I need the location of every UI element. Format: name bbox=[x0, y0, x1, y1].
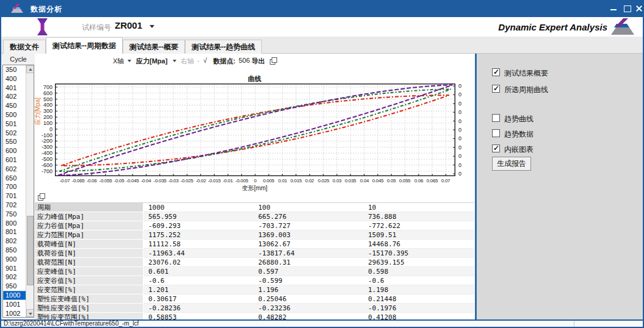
cell-1[interactable]: 1369.003 bbox=[253, 230, 363, 240]
right-axis-zero-2: 0 bbox=[458, 101, 461, 107]
tab-3[interactable]: 测试结果--趋势曲线 bbox=[185, 40, 262, 54]
cell-2[interactable]: -772.622 bbox=[363, 221, 474, 230]
right-axis-dropdown[interactable]: 右轴 bbox=[181, 57, 194, 66]
cell-1[interactable]: -703.727 bbox=[253, 221, 363, 230]
right-axis-zero-3: 0 bbox=[458, 109, 461, 115]
tab-0[interactable]: 数据文件 bbox=[3, 40, 46, 54]
apply-check[interactable]: √ bbox=[203, 57, 207, 64]
table-row-9[interactable]: 塑性应变峰值[%]0.306170.250460.21448 bbox=[35, 294, 474, 304]
cell-2[interactable]: 0.598 bbox=[363, 267, 474, 276]
sample-id-value[interactable]: ZR001 bbox=[115, 20, 142, 30]
cell-2[interactable]: 14468.76 bbox=[363, 240, 474, 249]
minimize-button[interactable] bbox=[608, 4, 619, 13]
table-row-7[interactable]: 应变谷值[%]-0.6-0.599-0.6 bbox=[35, 276, 474, 285]
chart-copy-icon[interactable] bbox=[270, 57, 277, 64]
cell-1[interactable]: 0.25046 bbox=[253, 294, 363, 304]
cell-0[interactable]: -0.28236 bbox=[143, 304, 253, 313]
cell-2[interactable]: 1509.51 bbox=[363, 230, 474, 240]
cell-0[interactable]: -609.293 bbox=[143, 221, 253, 230]
cell-1[interactable]: 1.196 bbox=[253, 285, 363, 294]
table-row-3[interactable]: 载荷峰值[N]11112.5813062.6714468.76 bbox=[35, 240, 474, 249]
table-row-8[interactable]: 应变范围[%]1.2011.1961.198 bbox=[35, 285, 474, 294]
cycle-listbox[interactable]: 3504004014024505005015025506006016026507… bbox=[2, 65, 34, 318]
maximize-button[interactable] bbox=[621, 4, 632, 13]
right-axis-zero-4: 0 bbox=[458, 118, 461, 124]
cell-2[interactable]: -0.6 bbox=[363, 276, 474, 285]
cell-0[interactable]: 0.30617 bbox=[143, 294, 253, 304]
cell-1[interactable]: -0.599 bbox=[253, 276, 363, 285]
y-tick-12: -500 bbox=[35, 156, 52, 162]
row-label: 周期 bbox=[35, 203, 143, 212]
right-axis-zero-1: 0 bbox=[458, 91, 461, 98]
cell-0[interactable]: 565.959 bbox=[143, 212, 253, 221]
table-row-5[interactable]: 载荷范围[N]23076.0226880.3129639.155 bbox=[35, 258, 474, 267]
generate-report-button[interactable]: 生成报告 bbox=[492, 157, 531, 171]
table-row-4[interactable]: 载荷谷值[N]-11963.44-13817.64-15170.395 bbox=[35, 249, 474, 258]
cell-1[interactable]: -13817.64 bbox=[253, 249, 363, 258]
table-row-11[interactable]: 塑性应变范围[%]0.588530.482820.41208 bbox=[35, 313, 474, 319]
checkbox-unchecked-icon[interactable] bbox=[492, 114, 500, 122]
cell-2[interactable]: 29639.155 bbox=[363, 258, 474, 267]
cell-0[interactable]: -11963.44 bbox=[143, 249, 253, 258]
cell-0[interactable]: 11112.58 bbox=[143, 240, 253, 249]
cell-1[interactable]: 100 bbox=[253, 203, 363, 212]
cell-0[interactable]: 0.601 bbox=[143, 267, 253, 276]
cell-1[interactable]: 13062.67 bbox=[253, 240, 363, 249]
cell-2[interactable]: -0.1976 bbox=[363, 304, 474, 313]
table-row-1[interactable]: 应力谷值[Mpa]-609.293-703.727-772.622 bbox=[35, 221, 474, 230]
tab-2[interactable]: 测试结果--概要 bbox=[123, 40, 185, 54]
cycle-list-scrollbar[interactable] bbox=[26, 65, 34, 317]
y-tick-5: 200 bbox=[35, 114, 52, 120]
cell-2[interactable]: -15170.395 bbox=[363, 249, 474, 258]
export-button[interactable]: 导出 bbox=[251, 57, 265, 66]
cell-2[interactable]: 1.198 bbox=[363, 285, 474, 294]
table-copy-icon[interactable] bbox=[38, 193, 45, 200]
right-axis-zero-8: 0 bbox=[458, 153, 461, 159]
brand-logo-icon bbox=[609, 18, 637, 38]
cell-2[interactable]: 0.21448 bbox=[363, 294, 474, 304]
scroll-up-arrow-icon[interactable] bbox=[26, 65, 34, 73]
x-tick-28: 0.07 bbox=[435, 178, 456, 184]
chart-x-axis-label: 变形[mm] bbox=[35, 184, 474, 193]
tab-1[interactable]: 测试结果--周期数据 bbox=[46, 37, 123, 54]
scrollbar-thumb[interactable] bbox=[27, 216, 34, 285]
cell-1[interactable]: 665.276 bbox=[253, 212, 363, 221]
x-axis-dropdown[interactable]: X轴 bbox=[113, 57, 124, 66]
cell-2[interactable]: 0.41208 bbox=[363, 313, 474, 319]
cell-1[interactable]: -0.23236 bbox=[253, 304, 363, 313]
checkbox-checked-icon[interactable]: ✓ bbox=[492, 68, 500, 76]
checkbox-label: 所选周期曲线 bbox=[504, 85, 548, 95]
x-axis-caret-icon[interactable] bbox=[128, 60, 131, 62]
y-tick-4: 300 bbox=[35, 108, 52, 114]
cell-1[interactable]: 0.48282 bbox=[253, 313, 363, 319]
cell-0[interactable]: 1.201 bbox=[143, 285, 253, 294]
row-label: 载荷谷值[N] bbox=[35, 249, 143, 258]
cell-1[interactable]: 0.597 bbox=[253, 267, 363, 276]
cell-0[interactable]: 23076.02 bbox=[143, 258, 253, 267]
cell-0[interactable]: -0.6 bbox=[143, 276, 253, 285]
scroll-down-arrow-icon[interactable] bbox=[26, 309, 34, 317]
series-caret-icon[interactable] bbox=[173, 60, 176, 62]
table-row-10[interactable]: 塑性应变谷值[%]-0.28236-0.23236-0.1976 bbox=[35, 304, 474, 313]
row-label: 应变峰值[%] bbox=[35, 267, 143, 276]
cell-2[interactable]: 10 bbox=[363, 203, 474, 212]
cell-0[interactable]: 1175.252 bbox=[143, 230, 253, 240]
checkbox-checked-icon[interactable]: ✓ bbox=[492, 85, 500, 93]
app-window: 数据分析 试样编号 ZR001 Dynamic Expert Analysis bbox=[0, 0, 644, 328]
sample-dropdown-caret-icon[interactable] bbox=[150, 25, 154, 28]
table-row-2[interactable]: 应力范围[Mpa]1175.2521369.0031509.51 bbox=[35, 230, 474, 240]
cell-1[interactable]: 26880.31 bbox=[253, 258, 363, 267]
series-dropdown[interactable]: 应力[Mpa] bbox=[136, 57, 167, 66]
checkbox-checked-icon[interactable]: ✓ bbox=[492, 144, 500, 152]
status-bar: D:\szrg20200414\LCFwithTemperature650_-m… bbox=[1, 321, 643, 327]
table-row-0[interactable]: 应力峰值[Mpa]565.959665.276736.888 bbox=[35, 212, 474, 221]
cell-0[interactable]: 1000 bbox=[143, 203, 253, 212]
cell-2[interactable]: 736.888 bbox=[363, 212, 474, 221]
checkbox-unchecked-icon[interactable] bbox=[492, 129, 500, 137]
table-header-row[interactable]: 周期100010010 bbox=[35, 203, 474, 212]
check-mark-icon: ✓ bbox=[493, 144, 499, 152]
points-value: 506 bbox=[239, 57, 250, 64]
y-tick-14: -700 bbox=[35, 168, 52, 174]
table-row-6[interactable]: 应变峰值[%]0.6010.5970.598 bbox=[35, 267, 474, 276]
cell-0[interactable]: 0.58853 bbox=[143, 313, 253, 319]
